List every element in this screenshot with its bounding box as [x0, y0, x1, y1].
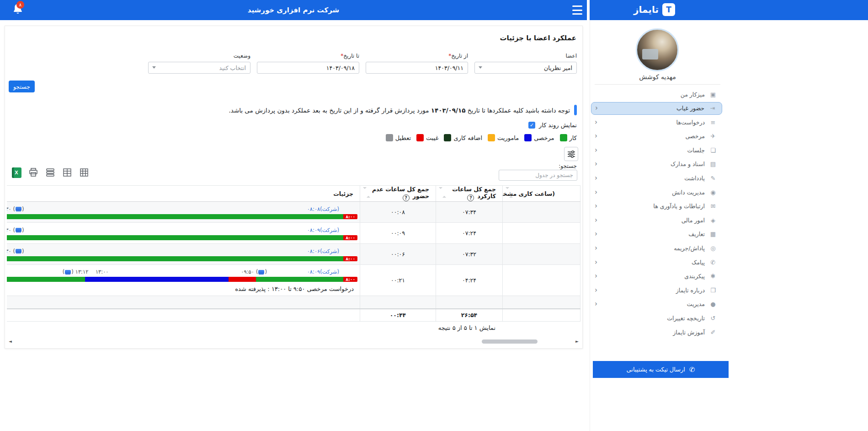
sidebar-item-label: یادداشت: [597, 175, 705, 182]
fixed-hours-cell: [503, 296, 580, 309]
copy-rows-button[interactable]: [45, 167, 56, 178]
excel-icon: X: [12, 167, 21, 178]
sidebar-item[interactable]: ✐آموزش تایماز: [591, 326, 722, 339]
status-placeholder: انتخاب کنید: [219, 65, 246, 71]
details-cell: (شرکت)۰۸:۰۶()()۱۵:۳۰()۸:۰۰۱۵:۳۸: [7, 244, 360, 265]
legend-swatch: [386, 134, 393, 141]
sidebar-item[interactable]: ⇥حضور غیاب‹: [591, 102, 722, 115]
sidebar-body: مهدیه کوشش ▣میزکار من⇥حضور غیاب‹≡درخواست…: [590, 20, 725, 431]
column-view-button[interactable]: [79, 167, 90, 178]
fixed-hours-cell: [503, 202, 580, 223]
sidebar-item[interactable]: ◉مدیریت دانش‹: [591, 186, 722, 199]
scrollbar-thumb[interactable]: [482, 339, 538, 344]
sidebar-item[interactable]: ●مدیریت‹: [591, 298, 722, 311]
leave-request-note: درخواست مرخصی ۹:۵۰ تا ۱۳:۰۰ : پذیرفته شد…: [7, 282, 357, 292]
chevron-left-icon: ‹: [595, 231, 597, 237]
work-hours-cell: [436, 296, 503, 309]
column-filter-button[interactable]: [564, 147, 578, 161]
header-total-work[interactable]: جمع کل ساعات کارکرد?: [436, 186, 503, 202]
table-search-input[interactable]: [499, 170, 577, 181]
legend-label: تعطیل: [395, 135, 411, 141]
company-entry-label: (شرکت)۰۸:۰۸: [307, 206, 339, 212]
search-button[interactable]: جستجو: [9, 81, 35, 92]
app-logo[interactable]: T تایماز: [634, 3, 675, 16]
support-ticket-button[interactable]: ✆ ارسال تیکت به پشتیبانی: [593, 361, 729, 378]
time-label: ۰۹:۵۰: [241, 269, 254, 275]
legend-swatch: [416, 134, 424, 141]
table-view-button[interactable]: [62, 167, 73, 178]
logo-t-icon: T: [662, 3, 675, 16]
sidebar-item-label: پاداش/جریمه: [597, 245, 705, 252]
header-fixed-hours[interactable]: (ساعت کاری مشخص): [503, 186, 580, 202]
sidebar-item-label: درخواست‌ها: [597, 119, 705, 126]
help-icon[interactable]: ?: [467, 194, 474, 201]
absence-segment: ۸:۰۰: [343, 256, 357, 261]
absence-segment: ۸:۰۰: [343, 235, 357, 240]
chevron-left-icon: ‹: [595, 301, 597, 307]
work-hours-cell: ۰۷:۳۲: [436, 244, 503, 265]
print-button[interactable]: [28, 167, 39, 178]
sidebar-item-label: ارتباطات و یادآوری ها: [597, 203, 705, 210]
chevron-left-icon: ‹: [595, 203, 597, 210]
sidebar-item[interactable]: ◎پاداش/جریمه‹: [591, 242, 722, 255]
sidebar-item[interactable]: ✈مرخصی‹: [591, 130, 722, 143]
sidebar-item[interactable]: ✱پیکربندی‹: [591, 270, 722, 283]
sidebar-item[interactable]: ❒درباره تایماز‹: [591, 284, 722, 296]
hamburger-menu-icon[interactable]: [572, 5, 582, 15]
to-date-input[interactable]: [261, 62, 355, 73]
sidebar-item-label: میزکار من: [595, 91, 705, 98]
totals-details-cell: [7, 309, 360, 322]
knowledge-icon: ◉: [708, 189, 718, 196]
sidebar-item-label: جلسات: [597, 147, 705, 154]
sms-icon: ✆: [708, 259, 718, 266]
sidebar-item[interactable]: ▤اسناد و مدارک‹: [591, 158, 722, 171]
time-label: ): [22, 206, 24, 212]
sidebar-item[interactable]: ◈امور مالی‹: [591, 214, 722, 226]
totals-row: ۲۶:۵۴ ۰۰:۴۴: [7, 309, 580, 322]
training-icon: ✐: [708, 329, 718, 336]
absence-hours-cell: ۰۰:۰۸: [360, 202, 436, 223]
from-date-input[interactable]: [370, 62, 463, 73]
sidebar-item-label: مدیریت دانش: [597, 189, 705, 196]
chevron-down-icon: [479, 66, 482, 69]
sidebar-item[interactable]: ✉ارتباطات و یادآوری ها‹: [591, 200, 722, 213]
table-row: ۰۷:۲۴۰۰:۰۹(شرکت)۰۸:۰۹()()۱۵:۳۰()۸:۰۰۱۵:۳…: [7, 223, 580, 244]
members-select[interactable]: امیر نظریان: [474, 62, 577, 74]
legend-swatch: [524, 134, 532, 141]
absence-hours-cell: ۰۰:۰۹: [360, 223, 436, 244]
sidebar-item[interactable]: ✎یادداشت‹: [591, 172, 722, 185]
time-label: ۱۳:۱۲: [75, 269, 89, 275]
sidebar-item[interactable]: ≡درخواست‌ها‹: [591, 116, 722, 129]
desk-icon: ▣: [708, 91, 718, 98]
sidebar-item[interactable]: ▦تعاریف‹: [591, 228, 722, 241]
sidebar-item[interactable]: ↺تاریخچه تغییرات: [591, 312, 722, 325]
sidebar-item-label: امور مالی: [597, 217, 705, 224]
support-ticket-icon: ✆: [689, 366, 695, 374]
header-details[interactable]: جزئیات: [7, 186, 360, 202]
results-table-wrap: (ساعت کاری مشخص) جمع کل ساعات کارکرد? جم…: [7, 185, 580, 322]
chevron-left-icon: ‹: [595, 119, 597, 126]
work-segment: [7, 256, 343, 261]
status-select[interactable]: انتخاب کنید: [148, 62, 250, 74]
leave-icon: ✈: [708, 133, 718, 140]
details-cell: (شرکت)۰۸:۰۹()()۱۵:۳۰()۸:۰۰۱۵:۳۳: [7, 223, 360, 244]
sidebar-item-label: پیامک: [597, 259, 705, 266]
sidebar-item[interactable]: ▣میزکار من: [591, 88, 722, 101]
trend-checkbox[interactable]: ✓: [528, 122, 535, 129]
help-icon[interactable]: ?: [403, 194, 410, 201]
excel-export-button[interactable]: X: [11, 167, 22, 178]
table-row: ۰۷:۳۲۰۰:۰۶(شرکت)۰۸:۰۶()()۱۵:۳۰()۸:۰۰۱۵:۳…: [7, 244, 580, 265]
work-trend-bar: ۸:۰۰۱۵:۳۳: [7, 235, 357, 240]
header-total-absence[interactable]: جمع کل ساعات عدم حضور?: [360, 186, 436, 202]
monitor-icon: [258, 270, 264, 274]
monitor-icon: [16, 249, 21, 253]
work-trend-bar: ۸:۰۰: [7, 277, 357, 282]
sidebar-item[interactable]: ✆پیامک‹: [591, 256, 722, 269]
exit-time-labels: ()()۱۵:۳۰(): [7, 248, 24, 254]
documents-icon: ▤: [708, 161, 718, 167]
work-segment: [256, 277, 344, 282]
sidebar-item[interactable]: ❏جلسات‹: [591, 144, 722, 156]
mid-time-label: ۰۹:۵۰(): [241, 269, 267, 275]
scroll-left-arrow[interactable]: ◄: [9, 339, 12, 344]
scroll-right-arrow[interactable]: ►: [575, 339, 579, 344]
